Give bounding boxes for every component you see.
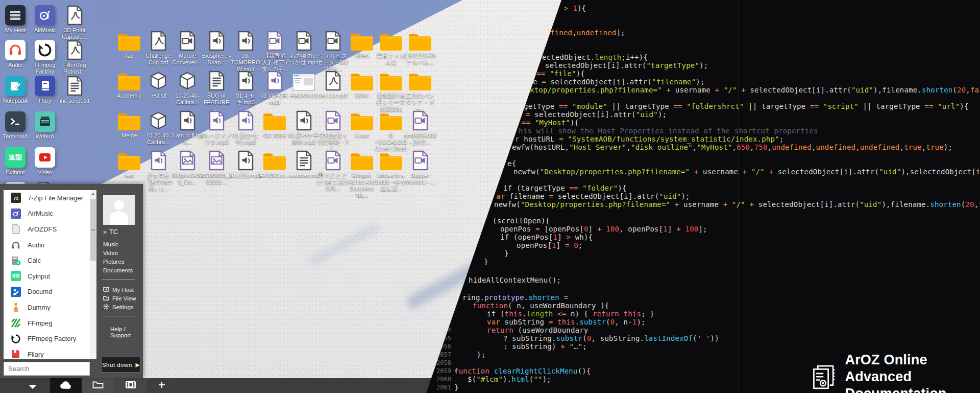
code-line: function clearRightClickMenu(){ <box>454 367 591 375</box>
folder-icon <box>117 149 141 171</box>
icon-label: test <box>125 172 134 179</box>
desktop-icon-03-vapor-mp3[interactable]: 03.VAPOR.mp3 <box>258 70 291 106</box>
desktop-icon-2[interactable]: 歌物語2-物語シリーズ主題歌集 <box>375 70 407 112</box>
desktop-icon-meme[interactable]: Meme <box>113 109 145 139</box>
desktop-icon-item[interactable]: 三月のパンタシア・ガー... <box>404 70 436 112</box>
audio-icon <box>237 70 254 91</box>
desktop-icon-3d-point-capsule[interactable]: 3D Point Capsule... <box>59 4 90 40</box>
start-menu-item-ffmpeg[interactable]: FFmpeg <box>4 315 90 331</box>
desktop-icon-sm89299858[interactable]: sm89299858 - [初音... <box>404 109 436 146</box>
desktop-icon-gringot-ashes-and-darkness-bl[interactable]: Gringot, Ashes And Darkness 'BL... <box>346 149 378 199</box>
desktop-icon-item[interactable]: 【我香港人】相守 / 僕らの手... <box>258 30 291 73</box>
desktop-icon-flary[interactable]: Flary <box>30 75 60 104</box>
audio-icon <box>237 149 254 171</box>
desktop-icon-03-tomorrow-mp3[interactable]: 03. TOMORROW.mp3 <box>229 30 262 73</box>
place-link-pictures[interactable]: Pictures <box>103 259 125 265</box>
desktop-icon-01-mp3[interactable]: 01.愛(かな守).mp3 <box>229 109 262 146</box>
icon-label: HelloWorld <box>290 93 317 99</box>
desktop-icon-terminala[interactable]: TerminalA <box>0 110 31 140</box>
desktop-icon-writera[interactable]: WriterA <box>30 110 60 140</box>
shutdown-button[interactable]: Shut down|▶ <box>101 357 141 373</box>
desktop-icon-music[interactable]: Music <box>346 109 378 139</box>
desktop-icon-voices-in-a-bottle[interactable]: voices in a bottle ~冬を越え届... <box>375 149 407 192</box>
desktop-icon-marble-conveyer[interactable]: Marble Conveyer ... <box>171 30 204 66</box>
desktop-icon-01-mp3[interactable]: 01.賑やか中華街.mp3 <box>287 109 320 146</box>
desktop-icon-cyinput[interactable]: 速型Cyinput <box>0 146 31 176</box>
desktop-icon-oc-2019[interactable]: OC 2019 <box>258 109 291 139</box>
start-menu-item-ffmpeg-factory[interactable]: FFmpeg Factory <box>4 331 90 346</box>
desktop-icon-dev-doc-pdf[interactable]: dev doc.pdf <box>316 70 349 99</box>
help-support-link[interactable]: Help / Support <box>110 326 143 338</box>
desktop-icon-filterreg-robust[interactable]: FilterReg Robust... <box>59 39 90 75</box>
start-menu-item-audio[interactable]: Audio <box>4 237 90 253</box>
quick-link-file-view[interactable]: File View <box>103 295 136 302</box>
desktop-icon-mp4[interactable]: あの頃のいつかは.mp4 <box>287 30 320 66</box>
desktop-icon-challenge-cup-pdf[interactable]: Challenge Cup.pdf <box>142 30 175 66</box>
quick-link-settings[interactable]: Settings <box>103 304 134 311</box>
desktop-icon-item[interactable]: 背景フィルム集 <box>375 30 407 66</box>
desktop-icon-op[interactable]: 君々にとどけ (君に届け OP)... <box>316 149 349 192</box>
search-input[interactable] <box>4 365 102 373</box>
desktop-icon-features-md[interactable]: features.md <box>287 149 320 179</box>
desktop-icon-flac[interactable]: flac <box>113 30 145 59</box>
desktop-icon-test[interactable]: test <box>113 149 145 179</box>
desktop-icon-10-20-40-calibra[interactable]: 10-20-40-Calibra... <box>142 109 175 146</box>
desktop-icon-01-mp3[interactable]: 01.ハジメノウタ.mp3 <box>200 109 233 146</box>
desktop-icon-vocaloid-cover-album[interactable]: ロ~VOCALOID Cover Album <box>375 109 407 152</box>
desktop-icon-supper-moment[interactable]: Supper Moment - ... <box>404 149 436 186</box>
desktop-icon-01-mp3[interactable]: 01.キセキ.mp3 <box>229 70 262 106</box>
start-menu-item-dummy[interactable]: Dummy <box>4 299 90 315</box>
desktop-icon-190220-5th[interactable]: [190220] 5th アルバム... <box>404 30 436 66</box>
desktop-icon-video[interactable]: Video <box>346 30 378 59</box>
taskbar-tab-plus[interactable] <box>147 378 177 393</box>
scroll-up-icon[interactable]: ▲ <box>90 190 96 197</box>
desktop-icon-biosphere-snap[interactable]: Biosphere - Snap... <box>200 30 233 66</box>
desktop-icon-audio[interactable]: Audio <box>0 39 31 68</box>
scrollbar-handle[interactable] <box>90 199 96 261</box>
desktop-icon-my-host[interactable]: My Host <box>0 4 31 34</box>
desktop-icon-3-am-lo-fi-hip-h[interactable]: 3 am lo-fi hip h... <box>171 109 204 146</box>
desktop-icon-helloworld[interactable]: HelloWorld <box>287 70 320 99</box>
desktop-icon-test-stl[interactable]: test.stl <box>142 70 175 99</box>
start-menu-item-documd[interactable]: Documd <box>4 284 90 300</box>
quick-link-my-host[interactable]: My Host <box>103 286 134 293</box>
desktop-icon-airmusic[interactable]: AirMusic <box>30 4 60 34</box>
taskbar-collapse-chevron-icon[interactable] <box>28 383 37 392</box>
taskbar-tab-folder[interactable] <box>82 378 114 393</box>
desktop-icon-01-mp3[interactable]: 01.記憶.mp3 <box>229 149 262 179</box>
folder-icon <box>350 109 374 131</box>
desktop-icon-exoscon[interactable]: EXOSCon... <box>258 149 291 179</box>
line-number: 2061 <box>429 383 451 391</box>
place-link-music[interactable]: Music <box>103 241 118 247</box>
start-menu-item-arozdfs[interactable]: ArOZDFS <box>4 221 90 237</box>
start-menu-item-7-zip-file-manager[interactable]: 7z7-Zip File Manager <box>4 190 90 206</box>
username[interactable]: »TC <box>103 228 118 236</box>
start-menu-item-calc[interactable]: Calc <box>4 252 90 268</box>
avatar[interactable] <box>103 195 135 225</box>
app-list-scrollbar[interactable]: ▲ <box>90 190 96 359</box>
folder-icon <box>379 30 403 51</box>
desktop-icon-600px-crs-6-firs[interactable]: 600px-CRS-6_firs... <box>171 149 204 186</box>
desktop-icon-bug-or-feature-t[interactable]: BUG or FEATURE t... <box>200 70 233 112</box>
start-menu-item-cyinput[interactable]: 速型Cyinput <box>4 268 90 284</box>
taskbar-tab-cloud-active[interactable] <box>50 378 82 393</box>
desktop-icon-notepada[interactable]: NotepadA <box>0 75 31 104</box>
desktop-icon-p[interactable]: 少女革命 『誰ガ為の民』p... <box>142 149 175 192</box>
desktop-icon-mv[interactable]: ウォルビスカーターMV ?提出... <box>316 30 349 73</box>
desktop-icon-academic[interactable]: Academic <box>113 70 145 99</box>
desktop-icon-ffmpeg-factory[interactable]: FFmpeg Factory <box>30 39 60 75</box>
desktop-icon-x[interactable]: 未知遭遇 x 管理英雄・?『... <box>316 109 349 152</box>
desktop-icon-video[interactable]: Video <box>30 146 60 176</box>
start-menu-item-airmusic[interactable]: AirMusic <box>4 206 90 222</box>
desktop-icon-bgm[interactable]: BGM <box>346 70 378 99</box>
icon-label: My Host <box>5 27 26 34</box>
desktop-icon-10-20-40-calibra[interactable]: 10-20-40-Calibra... <box>171 70 204 106</box>
video-icon <box>179 30 196 51</box>
place-link-documents[interactable]: Documents <box>103 267 133 273</box>
place-link-video[interactable]: Video <box>103 250 118 256</box>
icon-label: Cyinput <box>6 169 24 176</box>
taskbar-tab-film[interactable] <box>114 378 147 393</box>
desktop-icon-25325835-1-02033[interactable]: 25325835_1 02033... <box>200 149 233 186</box>
start-menu-item-filary[interactable]: Filary <box>4 346 90 359</box>
desktop-icon-init-script-txt[interactable]: init script.txt <box>59 75 90 104</box>
